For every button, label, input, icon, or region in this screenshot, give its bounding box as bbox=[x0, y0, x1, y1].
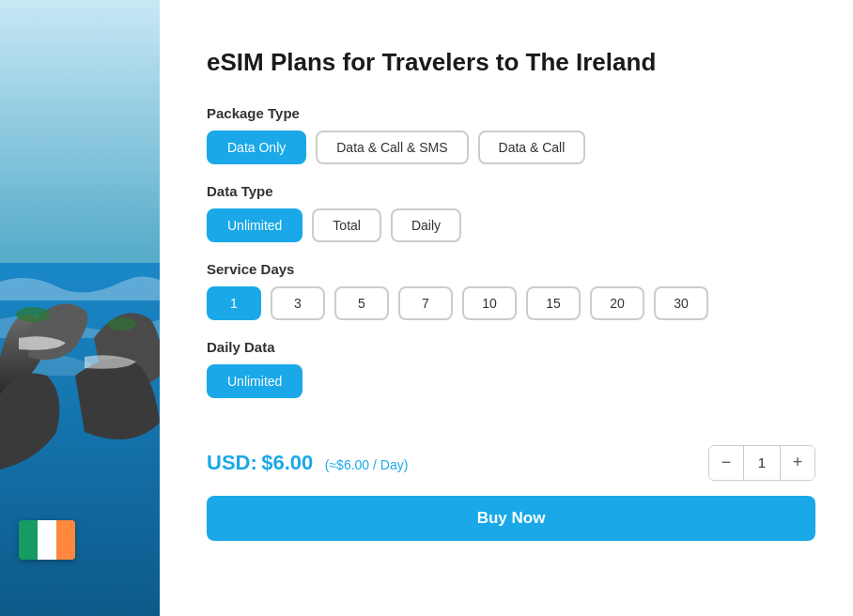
daily-data-group: Unlimited bbox=[207, 364, 815, 398]
daily-data-unlimited-button[interactable]: Unlimited bbox=[207, 364, 302, 398]
day-15-button[interactable]: 15 bbox=[526, 286, 581, 320]
day-20-button[interactable]: 20 bbox=[590, 286, 644, 320]
day-10-button[interactable]: 10 bbox=[462, 286, 517, 320]
package-type-group: Data Only Data & Call & SMS Data & Call bbox=[207, 131, 815, 164]
data-type-label: Data Type bbox=[207, 183, 815, 199]
data-type-unlimited-button[interactable]: Unlimited bbox=[207, 208, 302, 242]
flag-orange-stripe bbox=[56, 520, 75, 560]
data-type-daily-button[interactable]: Daily bbox=[391, 208, 461, 242]
day-5-button[interactable]: 5 bbox=[334, 286, 389, 320]
package-type-section: Package Type Data Only Data & Call & SMS… bbox=[207, 105, 815, 164]
flag-white-stripe bbox=[38, 520, 56, 560]
service-days-group: 1 3 5 7 10 15 20 30 bbox=[207, 286, 815, 320]
price-row: USD: $6.00 (≈$6.00 / Day) − 1 + bbox=[207, 436, 815, 481]
ireland-flag bbox=[19, 520, 75, 560]
price-amount: $6.00 bbox=[261, 451, 313, 474]
quantity-value: 1 bbox=[743, 446, 781, 480]
scenic-panel bbox=[0, 0, 160, 616]
flag-green-stripe bbox=[19, 520, 38, 560]
quantity-control: − 1 + bbox=[708, 445, 815, 481]
data-type-section: Data Type Unlimited Total Daily bbox=[207, 183, 815, 242]
price-per-day: (≈$6.00 / Day) bbox=[325, 457, 409, 472]
main-content: eSIM Plans for Travelers to The Ireland … bbox=[160, 0, 853, 616]
day-1-button[interactable]: 1 bbox=[207, 286, 261, 320]
package-data-call-sms-button[interactable]: Data & Call & SMS bbox=[316, 131, 468, 164]
price-currency: USD: bbox=[207, 451, 257, 474]
daily-data-section: Daily Data Unlimited bbox=[207, 339, 815, 398]
price-display: USD: $6.00 (≈$6.00 / Day) bbox=[207, 451, 408, 475]
package-data-only-button[interactable]: Data Only bbox=[207, 131, 306, 164]
data-type-group: Unlimited Total Daily bbox=[207, 208, 815, 242]
svg-point-3 bbox=[16, 307, 50, 322]
day-30-button[interactable]: 30 bbox=[654, 286, 708, 320]
buy-now-row: Buy Now bbox=[207, 496, 815, 541]
service-days-label: Service Days bbox=[207, 261, 815, 277]
day-3-button[interactable]: 3 bbox=[271, 286, 325, 320]
quantity-minus-button[interactable]: − bbox=[709, 446, 743, 480]
buy-now-button[interactable]: Buy Now bbox=[207, 496, 815, 541]
data-type-total-button[interactable]: Total bbox=[312, 208, 381, 242]
quantity-plus-button[interactable]: + bbox=[781, 446, 814, 480]
service-days-section: Service Days 1 3 5 7 10 15 20 30 bbox=[207, 261, 815, 320]
daily-data-label: Daily Data bbox=[207, 339, 815, 355]
day-7-button[interactable]: 7 bbox=[398, 286, 453, 320]
svg-point-4 bbox=[108, 317, 136, 331]
page-title: eSIM Plans for Travelers to The Ireland bbox=[207, 47, 815, 79]
package-type-label: Package Type bbox=[207, 105, 815, 121]
package-data-call-button[interactable]: Data & Call bbox=[478, 131, 586, 164]
